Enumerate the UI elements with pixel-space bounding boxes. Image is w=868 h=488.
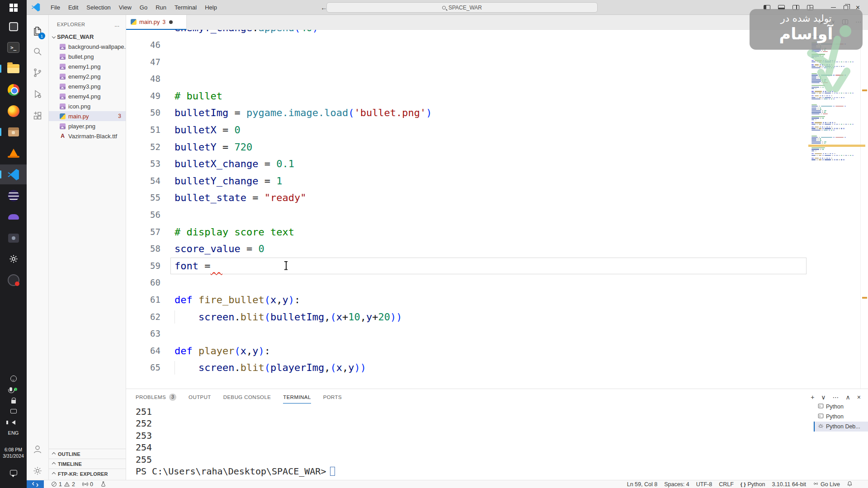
menu-terminal[interactable]: Terminal xyxy=(170,4,201,11)
process-python[interactable]: Python xyxy=(814,412,868,422)
code-line-58[interactable]: 58score_value = 0 xyxy=(126,240,808,258)
new-terminal-icon[interactable]: + xyxy=(811,394,814,401)
panel-tab-ports[interactable]: PORTS xyxy=(323,389,342,405)
taskbar-app-vlc[interactable] xyxy=(0,143,27,163)
menu-view[interactable]: View xyxy=(115,4,136,11)
explorer-more-actions-icon[interactable]: ... xyxy=(114,21,119,28)
activity-search[interactable] xyxy=(27,42,48,61)
file-enemy3-png[interactable]: enemy3.png xyxy=(49,81,126,91)
menu-file[interactable]: File xyxy=(47,4,64,11)
status-indentation[interactable]: Spaces: 4 xyxy=(664,481,689,488)
status-python-interpreter[interactable]: 3.10.11 64-bit xyxy=(772,481,806,488)
taskbar-app-camera-app[interactable] xyxy=(0,228,27,248)
minimap[interactable] xyxy=(808,30,860,389)
problems-status[interactable]: 1 2 xyxy=(51,481,75,488)
code-line-64[interactable]: 64def player(x,y): xyxy=(126,343,808,360)
tab-main-py[interactable]: main.py 3 xyxy=(126,15,187,30)
taskbar-app-start[interactable] xyxy=(0,0,27,18)
code-editor[interactable]: enemyY_change.append(40)46474849# bullet… xyxy=(126,30,808,389)
code-line-54[interactable]: 54bulletY_change = 1 xyxy=(126,173,808,190)
file-bullet-png[interactable]: bullet.png xyxy=(49,52,126,61)
taskbar-app-settings-app[interactable] xyxy=(0,249,27,269)
tray-network[interactable] xyxy=(0,407,27,416)
run-dropdown-icon[interactable]: ∨ xyxy=(831,19,835,25)
file-enemy1-png[interactable]: enemy1.png xyxy=(49,61,126,71)
code-line-65[interactable]: 65 screen.blit(playerImg,(x,y)) xyxy=(126,359,808,376)
taskbar-app-screen-recorder[interactable] xyxy=(0,270,27,290)
taskbar-app-firefox[interactable] xyxy=(0,101,27,121)
tray-speaker[interactable] xyxy=(0,418,27,427)
activity-explorer[interactable]: 1 xyxy=(27,22,48,40)
panel-tab-debug-console[interactable]: DEBUG CONSOLE xyxy=(223,389,271,405)
code-line-51[interactable]: 51bulletX = 0 xyxy=(126,122,808,139)
code-line-47[interactable]: 47 xyxy=(126,54,808,71)
toggle-panel-icon[interactable] xyxy=(778,5,785,10)
taskbar-app-terminal-app[interactable] xyxy=(0,38,27,57)
section-timeline[interactable]: TIMELINE xyxy=(49,459,126,469)
remote-indicator-button[interactable] xyxy=(27,480,44,488)
code-line-55[interactable]: 55bullet_state = "ready" xyxy=(126,189,808,206)
toggle-secondary-sidebar-icon[interactable] xyxy=(793,5,799,10)
taskbar-chat-button[interactable] xyxy=(0,468,27,477)
activity-source-control[interactable] xyxy=(27,64,48,82)
restore-button[interactable] xyxy=(844,5,848,10)
toggle-primary-sidebar-icon[interactable] xyxy=(764,5,770,10)
code-line-partial[interactable]: enemyY_change.append(40) xyxy=(126,30,808,37)
code-line-53[interactable]: 53bulletX_change = 0.1 xyxy=(126,155,808,173)
close-button[interactable]: × xyxy=(856,4,860,12)
menu-selection[interactable]: Selection xyxy=(82,4,114,11)
taskbar-app-winrar[interactable] xyxy=(0,291,27,311)
code-line-48[interactable]: 48 xyxy=(126,70,808,88)
status-go-live[interactable]: Go Live xyxy=(813,481,840,488)
process-python-deb-[interactable]: Python Deb... xyxy=(814,422,868,432)
beaker-status[interactable] xyxy=(100,481,106,487)
status-encoding[interactable]: UTF-8 xyxy=(696,481,712,488)
menu-run[interactable]: Run xyxy=(151,4,170,11)
language-indicator[interactable]: ENG xyxy=(0,430,27,436)
close-panel-icon[interactable]: × xyxy=(857,394,861,401)
panel-tab-output[interactable]: OUTPUT xyxy=(189,389,211,405)
menu-go[interactable]: Go xyxy=(136,4,151,11)
file-background-wallpape-[interactable]: background-wallpape... xyxy=(49,42,126,52)
taskbar-app-eclipse[interactable] xyxy=(0,186,27,206)
status-language-mode[interactable]: { }Python xyxy=(741,481,765,488)
split-editor-icon[interactable] xyxy=(842,19,848,24)
taskbar-app-mustache-app[interactable] xyxy=(0,207,27,227)
code-line-49[interactable]: 49# bullet xyxy=(126,88,808,105)
ports-status[interactable]: 0 xyxy=(82,481,93,488)
process-python[interactable]: Python xyxy=(814,402,868,412)
taskbar-clock[interactable]: 6:08 PM 3/31/2024 xyxy=(0,446,27,459)
status-cursor-position[interactable]: Ln 59, Col 8 xyxy=(627,481,657,488)
code-line-56[interactable]: 56 xyxy=(126,206,808,224)
file-player-png[interactable]: player.png xyxy=(49,121,126,131)
activity-accounts[interactable] xyxy=(27,440,48,458)
file-main-py[interactable]: main.py3 xyxy=(49,111,126,121)
tray-smiley[interactable] xyxy=(0,374,27,383)
tray-microphone[interactable] xyxy=(0,385,27,394)
taskbar-app-file-explorer[interactable] xyxy=(0,59,27,79)
taskbar-app-vscode[interactable] xyxy=(0,164,27,184)
code-line-59[interactable]: 59font = xyxy=(126,258,808,275)
terminal-output[interactable]: 251252253254255PS C:\Users\raha\Desktop\… xyxy=(136,406,335,477)
menu-edit[interactable]: Edit xyxy=(64,4,82,11)
taskbar-app-chrome[interactable] xyxy=(0,80,27,100)
code-line-60[interactable]: 60 xyxy=(126,274,808,291)
file-icon-png[interactable]: icon.png xyxy=(49,101,126,111)
taskbar-app-task-view[interactable] xyxy=(0,17,27,37)
folder-space-war[interactable]: SPACE_WAR xyxy=(49,32,126,42)
tray-lock[interactable] xyxy=(0,396,27,405)
more-editor-actions-icon[interactable]: ⋯ xyxy=(855,18,862,25)
activity-manage[interactable] xyxy=(27,462,48,480)
minimize-button[interactable] xyxy=(831,7,836,8)
code-line-57[interactable]: 57# display score text xyxy=(126,224,808,241)
activity-run-and-debug[interactable] xyxy=(27,85,48,103)
command-center-search[interactable]: SPACE_WAR xyxy=(326,2,598,13)
code-line-46[interactable]: 46 xyxy=(126,37,808,54)
modified-dot-icon[interactable] xyxy=(169,20,173,24)
code-line-61[interactable]: 61def fire_bullet(x,y): xyxy=(126,291,808,309)
code-line-62[interactable]: 62 screen.blit(bulletImg,(x+10,y+20)) xyxy=(126,309,808,326)
code-line-52[interactable]: 52bulletY = 720 xyxy=(126,139,808,156)
file-enemy4-png[interactable]: enemy4.png xyxy=(49,91,126,101)
file-vazirmatn-black-ttf[interactable]: AVazirmatn-Black.ttf xyxy=(49,131,126,141)
panel-tab-terminal[interactable]: TERMINAL xyxy=(283,389,311,405)
